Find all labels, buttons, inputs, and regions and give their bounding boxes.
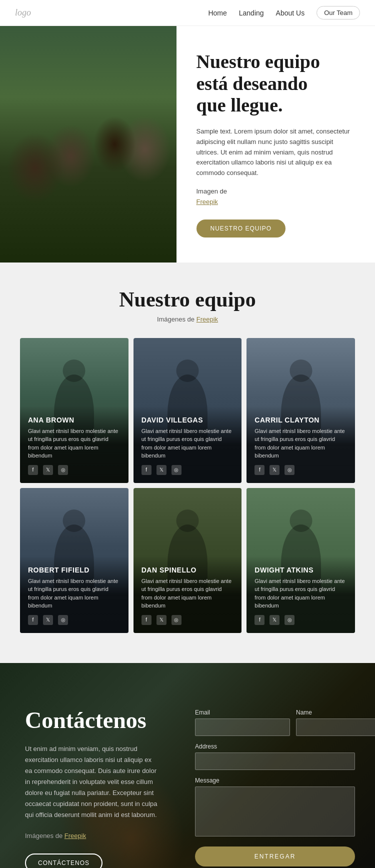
nav-landing[interactable]: Landing <box>239 9 264 17</box>
member-desc-3: Glavi amet ritnisI libero molestie ante … <box>254 427 347 460</box>
card-overlay-6: DWIGHT ATKINS Glavi amet ritnisI libero … <box>246 556 355 633</box>
hero-cta-button[interactable]: NUESTRO EQUIPO <box>196 220 286 238</box>
message-label: Message <box>195 777 355 784</box>
email-label: Email <box>195 709 290 716</box>
hero-section: Nuestro equipo está deseando que llegue.… <box>0 26 375 262</box>
form-row-address: Address <box>195 743 355 770</box>
contact-image-credit: Imágenes de Freepik <box>25 830 160 842</box>
instagram-icon-3[interactable]: ◎ <box>284 465 294 475</box>
member-desc-2: Glavi amet ritnisI libero molestie ante … <box>142 427 234 460</box>
member-desc-1: Glavi amet ritnisI libero molestie ante … <box>28 427 120 460</box>
form-group-message: Message <box>195 777 355 836</box>
team-grid: ANA BROWN Glavi amet ritnisI libero mole… <box>20 338 355 633</box>
contact-section: Contáctenos Ut enim ad minim veniam, qui… <box>0 663 375 868</box>
form-row-message: Message <box>195 777 355 836</box>
team-freepik-link[interactable]: Freepik <box>196 316 218 323</box>
member-name-2: DAVID VILLEGAS <box>142 416 234 424</box>
form-group-address: Address <box>195 743 355 770</box>
member-social-5: f 𝕏 ◎ <box>142 615 234 625</box>
nav-links: Home Landing About Us Our Team <box>208 6 360 20</box>
contact-freepik-link[interactable]: Freepik <box>64 832 86 840</box>
facebook-icon-3[interactable]: f <box>254 465 264 475</box>
facebook-icon-5[interactable]: f <box>142 615 152 625</box>
contact-form-area: Email Name Address Message <box>180 663 375 868</box>
team-card-2[interactable]: DAVID VILLEGAS Glavi amet ritnisI libero… <box>134 338 242 483</box>
submit-button[interactable]: ENTREGAR <box>195 846 355 866</box>
twitter-icon-5[interactable]: 𝕏 <box>156 615 166 625</box>
member-social-1: f 𝕏 ◎ <box>28 465 120 475</box>
team-card-1[interactable]: ANA BROWN Glavi amet ritnisI libero mole… <box>20 338 128 483</box>
team-card-6[interactable]: DWIGHT ATKINS Glavi amet ritnisI libero … <box>246 488 355 633</box>
member-desc-5: Glavi amet ritnisI libero molestie ante … <box>142 577 234 610</box>
member-desc-4: Glavi amet ritnisI libero molestie ante … <box>28 577 120 610</box>
hero-freepik-link[interactable]: Freepik <box>196 198 218 206</box>
contact-description: Ut enim ad minim veniam, quis nostrud ex… <box>25 744 160 821</box>
facebook-icon-2[interactable]: f <box>142 465 152 475</box>
team-card-5[interactable]: DAN SPINELLO Glavi amet ritnisI libero m… <box>134 488 242 633</box>
contact-form: Email Name Address Message <box>195 709 355 866</box>
contact-cta-button[interactable]: CONTÁCTENOS <box>25 854 102 868</box>
card-overlay-3: CARRIL CLAYTON Glavi amet ritnisI libero… <box>246 406 355 483</box>
contact-left: Contáctenos Ut enim ad minim veniam, qui… <box>0 663 180 868</box>
member-social-2: f 𝕏 ◎ <box>142 465 234 475</box>
contact-heading: Contáctenos <box>25 708 160 734</box>
member-name-1: ANA BROWN <box>28 416 120 424</box>
message-textarea[interactable] <box>195 786 355 836</box>
member-social-3: f 𝕏 ◎ <box>254 465 347 475</box>
twitter-icon-3[interactable]: 𝕏 <box>270 465 280 475</box>
nav-home[interactable]: Home <box>208 9 226 17</box>
hero-people-photo <box>0 26 176 262</box>
hero-heading: Nuestro equipo está deseando que llegue. <box>196 51 356 116</box>
hero-description: Sample text. Lorem ipsum dolor sit amet,… <box>196 126 356 178</box>
card-overlay-1: ANA BROWN Glavi amet ritnisI libero mole… <box>20 406 128 483</box>
email-input[interactable] <box>195 718 290 736</box>
twitter-icon-2[interactable]: 𝕏 <box>156 465 166 475</box>
instagram-icon-1[interactable]: ◎ <box>58 465 68 475</box>
team-heading: Nuestro equipo <box>20 288 355 312</box>
member-name-4: ROBERT FIFIELD <box>28 566 120 574</box>
card-overlay-5: DAN SPINELLO Glavi amet ritnisI libero m… <box>134 556 242 633</box>
facebook-icon-1[interactable]: f <box>28 465 38 475</box>
instagram-icon-2[interactable]: ◎ <box>172 465 182 475</box>
member-name-5: DAN SPINELLO <box>142 566 234 574</box>
member-name-3: CARRIL CLAYTON <box>254 416 347 424</box>
nav-our-team[interactable]: Our Team <box>316 6 360 20</box>
address-label: Address <box>195 743 355 750</box>
form-group-email: Email <box>195 709 290 736</box>
member-social-6: f 𝕏 ◎ <box>254 615 347 625</box>
name-label: Name <box>296 709 375 716</box>
instagram-icon-6[interactable]: ◎ <box>284 615 294 625</box>
hero-image <box>0 26 176 262</box>
logo: logo <box>15 8 31 18</box>
card-overlay-2: DAVID VILLEGAS Glavi amet ritnisI libero… <box>134 406 242 483</box>
member-name-6: DWIGHT ATKINS <box>254 566 347 574</box>
hero-image-inner <box>0 26 176 262</box>
member-desc-6: Glavi amet ritnisI libero molestie ante … <box>254 577 347 610</box>
twitter-icon-6[interactable]: 𝕏 <box>270 615 280 625</box>
navbar: logo Home Landing About Us Our Team <box>0 0 375 26</box>
nav-about[interactable]: About Us <box>276 9 305 17</box>
card-overlay-4: ROBERT FIFIELD Glavi amet ritnisI libero… <box>20 556 128 633</box>
instagram-icon-5[interactable]: ◎ <box>172 615 182 625</box>
twitter-icon-1[interactable]: 𝕏 <box>43 465 53 475</box>
twitter-icon-4[interactable]: 𝕏 <box>43 615 53 625</box>
form-row-email-name: Email Name <box>195 709 355 736</box>
hero-image-credit: Imagen de Freepik <box>196 186 356 208</box>
team-section: Nuestro equipo Imágenes de Freepik ANA B… <box>0 262 375 663</box>
facebook-icon-4[interactable]: f <box>28 615 38 625</box>
instagram-icon-4[interactable]: ◎ <box>58 615 68 625</box>
team-credit: Imágenes de Freepik <box>20 316 355 323</box>
team-card-3[interactable]: CARRIL CLAYTON Glavi amet ritnisI libero… <box>246 338 355 483</box>
form-group-name: Name <box>296 709 375 736</box>
team-card-4[interactable]: ROBERT FIFIELD Glavi amet ritnisI libero… <box>20 488 128 633</box>
facebook-icon-6[interactable]: f <box>254 615 264 625</box>
hero-content: Nuestro equipo está deseando que llegue.… <box>176 26 376 262</box>
member-social-4: f 𝕏 ◎ <box>28 615 120 625</box>
name-input[interactable] <box>296 718 375 736</box>
address-input[interactable] <box>195 752 355 770</box>
